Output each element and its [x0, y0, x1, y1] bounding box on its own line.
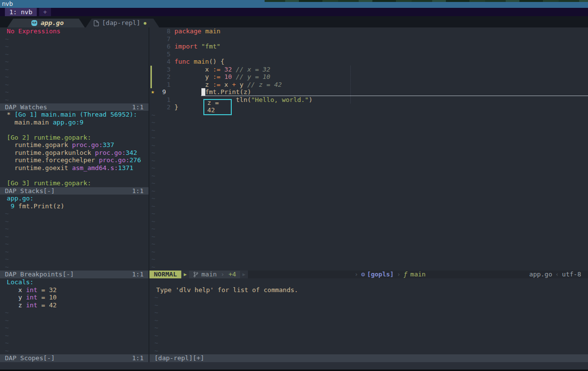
dap-stacks-content: app.go: 9 fmt.Print(z)~~~~~~~~ [0, 195, 148, 271]
tab-dap-repl[interactable]: [dap-repl] ● [86, 19, 159, 27]
empty-line: ~ [149, 233, 588, 241]
tab-app-go[interactable]: app.go [7, 19, 85, 27]
line-number: 3 [162, 66, 174, 74]
empty-line: ~ [149, 119, 588, 126]
winbar-ruler: 1:1 [132, 187, 144, 195]
line-number: 7 [162, 35, 174, 43]
winbar-ruler: 1:1 [132, 271, 144, 278]
empty-line: ~ [149, 347, 588, 355]
dap-line[interactable]: app.go: [0, 195, 148, 202]
breakpoint-star-icon: ★ [149, 88, 162, 96]
eval-value: z = 42 [207, 99, 228, 114]
code-line[interactable]: 8package main [149, 27, 588, 35]
command-line[interactable] [0, 362, 588, 370]
code-line[interactable]: 7 [149, 35, 588, 43]
dap-line[interactable]: [Go 3] runtime.gopark: [0, 179, 148, 187]
empty-line: ~ [149, 157, 588, 165]
dap-line[interactable] [0, 172, 148, 179]
dap-line[interactable]: z int = 42 [0, 301, 148, 309]
line-number: 1 [162, 81, 174, 89]
go-gopher-icon [31, 20, 38, 26]
file-info-group: app.go ‹ utf-8 [529, 271, 588, 278]
line-number: 2 [162, 73, 174, 81]
dap-line[interactable]: [Go 2] runtime.gopark: [0, 134, 148, 142]
dap-line[interactable]: * [Go 1] main.main (Thread 56952): [0, 111, 148, 119]
dap-line[interactable]: y int = 10 [0, 294, 148, 301]
line-number: 6 [162, 43, 174, 50]
dap-line[interactable]: No Expressions [0, 27, 148, 35]
code-line[interactable]: 5 [149, 50, 588, 58]
dap-eval-float: z = 42 [203, 99, 232, 115]
empty-line: ~ [149, 210, 588, 218]
dap-line[interactable]: runtime.gopark proc.go:337 [0, 141, 148, 149]
empty-line: ~ [0, 332, 148, 340]
main-column: 8package main76import "fmt"54func main()… [149, 27, 588, 362]
statusline-filename: app.go [529, 271, 552, 278]
code-line[interactable]: ★9 fmt.Print(z) [149, 88, 588, 96]
repl-line[interactable]: Type 'dlv help' for list of commands. [149, 286, 588, 294]
dap-line[interactable]: 9 fmt.Print(z) [0, 202, 148, 210]
tmux-new-window-button[interactable]: + [39, 8, 51, 16]
terminal-titlebar: nvb [0, 0, 588, 8]
winbar-title: DAP Breakpoints[-] [5, 271, 74, 278]
statusline-spacer [248, 271, 351, 278]
empty-line: ~ [149, 126, 588, 134]
separator-chevron-icon: › [220, 271, 225, 278]
empty-line: ~ [0, 309, 148, 317]
empty-line: ~ [0, 240, 148, 248]
line-number: 1 [162, 96, 174, 104]
dap-line[interactable]: main.main app.go:9 [0, 119, 148, 126]
git-branch-icon [193, 272, 198, 277]
dap-line[interactable]: runtime.forcegchelper proc.go:276 [0, 156, 148, 164]
dap-line[interactable]: Locals: [0, 278, 148, 286]
winbar-title: DAP Watches [5, 103, 47, 111]
dap-ui-sidebar: No Expressions~~~~~~~~~ DAP Watches 1:1 … [0, 27, 148, 362]
tmux-window-tab[interactable]: 1: nvb [5, 8, 37, 16]
winbar-dap-scopes: DAP Scopes[-] 1:1 [0, 354, 148, 362]
empty-line: ~ [149, 195, 588, 202]
winbar-dap-stacks: DAP Stacks[-] 1:1 [0, 187, 148, 195]
empty-line: ~ [0, 73, 148, 81]
file-encoding: utf-8 [562, 271, 581, 278]
dap-repl-window[interactable]: Type 'dlv help' for list of commands.~~~… [149, 278, 588, 354]
line-number: 4 [162, 58, 174, 66]
dap-watches-content: No Expressions~~~~~~~~~ [0, 27, 148, 103]
separator-chevron-left-icon: ‹ [552, 271, 562, 278]
winbar-ruler: 1:1 [132, 103, 144, 111]
empty-line: ~ [0, 218, 148, 225]
code-line[interactable]: 6import "fmt" [149, 43, 588, 50]
empty-line: ~ [0, 66, 148, 74]
winbar-title: DAP Scopes[-] [5, 354, 55, 362]
empty-line: ~ [149, 294, 588, 301]
dap-scopes-content: Locals: x int = 32 y int = 10 z int = 42… [0, 278, 148, 354]
empty-line: ~ [149, 164, 588, 172]
tab-label: [dap-repl] [102, 19, 140, 27]
winbar-dap-repl: [dap-repl][+] [149, 354, 588, 362]
desktop-wallpaper-strip [265, 0, 588, 2]
empty-line: ~ [0, 50, 148, 58]
tab-label: app.go [41, 19, 64, 27]
winbar-title: [dap-repl][+] [154, 354, 204, 362]
empty-line: ~ [0, 88, 148, 96]
code-line[interactable]: 4func main() { [149, 58, 588, 66]
empty-line: ~ [149, 263, 588, 271]
dap-line[interactable]: runtime.goexit asm_amd64.s:1371 [0, 164, 148, 172]
empty-line: ~ [149, 218, 588, 225]
mode-indicator: NORMAL [149, 271, 181, 278]
code-editor[interactable]: 8package main76import "fmt"54func main()… [149, 27, 588, 271]
line-number: 8 [162, 27, 174, 35]
repl-line[interactable] [149, 278, 588, 286]
code-line[interactable]: 3 x := 32 // x = 32 [149, 66, 588, 74]
empty-line: ~ [0, 255, 148, 263]
separator-chevron-icon: › [351, 271, 361, 278]
empty-line: ~ [149, 225, 588, 233]
dap-line[interactable] [0, 126, 148, 134]
dap-line[interactable]: x int = 32 [0, 286, 148, 294]
code-line[interactable]: 1 z := x + y // z = 42 [149, 81, 588, 89]
code-line[interactable]: 2 y := 10 // y = 10 [149, 73, 588, 81]
empty-line: ~ [0, 339, 148, 347]
empty-line: ~ [0, 324, 148, 332]
empty-line: ~ [149, 172, 588, 180]
dap-line[interactable]: runtime.goparkunlock proc.go:342 [0, 149, 148, 157]
empty-line: ~ [0, 347, 148, 355]
